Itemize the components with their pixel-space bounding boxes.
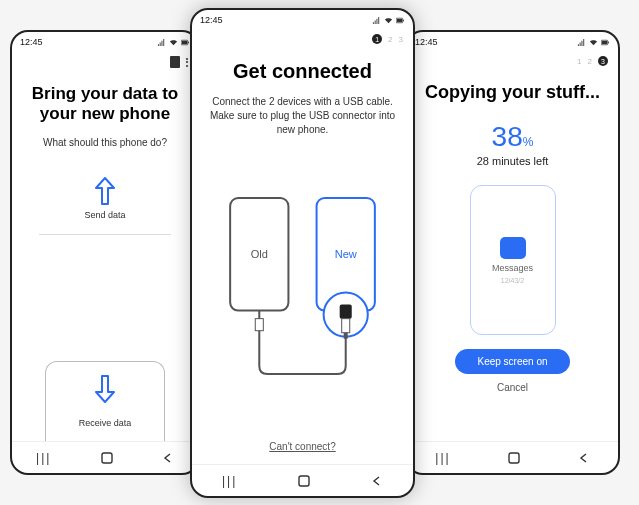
step-current: 1 (372, 34, 382, 44)
svg-rect-11 (340, 305, 352, 319)
page-title: Copying your stuff... (425, 82, 600, 103)
nav-home[interactable] (507, 451, 521, 465)
messages-icon (500, 237, 526, 259)
page-subtitle: What should this phone do? (43, 137, 167, 148)
wifi-icon (384, 16, 393, 25)
nav-recents[interactable]: ||| (222, 474, 237, 488)
phone-mockup-left: 12:45 Bring your data to your new phone … (10, 30, 200, 475)
status-bar: 12:45 (192, 10, 413, 30)
svg-rect-14 (299, 476, 309, 486)
status-time: 12:45 (20, 37, 43, 47)
send-data-option[interactable]: Send data (84, 176, 125, 220)
step-2: 2 (588, 57, 592, 66)
svg-rect-18 (509, 453, 519, 463)
nav-bar: ||| (192, 464, 413, 496)
nav-back[interactable] (162, 452, 174, 464)
step-1: 1 (577, 57, 581, 66)
status-time: 12:45 (415, 37, 438, 47)
phone-mockup-center: 12:45 1 2 3 Get connected Connect the 2 … (190, 8, 415, 498)
divider (39, 234, 172, 235)
battery-icon (396, 16, 405, 25)
svg-rect-6 (397, 19, 402, 22)
arrow-up-icon (92, 176, 118, 206)
nav-home[interactable] (297, 474, 311, 488)
nav-bar: ||| (12, 441, 198, 473)
nav-bar: ||| (407, 441, 618, 473)
transfer-item-count: 12/43/2 (501, 277, 524, 284)
status-icons (157, 38, 190, 47)
svg-rect-1 (188, 41, 189, 43)
progress-percent: 38% (492, 121, 534, 153)
wifi-icon (589, 38, 598, 47)
battery-icon (181, 38, 190, 47)
svg-rect-16 (608, 41, 609, 43)
more-icon[interactable] (186, 58, 188, 67)
step-current: 3 (598, 56, 608, 66)
svg-rect-3 (102, 453, 112, 463)
svg-rect-5 (403, 19, 404, 21)
arrow-down-icon (92, 374, 118, 404)
status-icons (577, 38, 610, 47)
page-title: Get connected (233, 60, 372, 83)
receive-data-option[interactable]: Receive data (45, 361, 165, 441)
status-bar: 12:45 (407, 32, 618, 52)
signal-icon (577, 38, 586, 47)
old-label: Old (251, 248, 268, 260)
top-row (12, 52, 198, 72)
step-3: 3 (399, 35, 403, 44)
svg-rect-13 (344, 333, 348, 339)
status-bar: 12:45 (12, 32, 198, 52)
send-label: Send data (84, 210, 125, 220)
svg-rect-12 (342, 319, 350, 333)
page-title: Bring your data to your new phone (32, 84, 178, 125)
cant-connect-link[interactable]: Can't connect? (269, 441, 335, 452)
svg-rect-2 (182, 41, 187, 44)
status-time: 12:45 (200, 15, 223, 25)
signal-icon (157, 38, 166, 47)
nav-back[interactable] (371, 475, 383, 487)
new-label: New (335, 248, 357, 260)
connection-diagram: Old New (202, 155, 403, 426)
step-indicator: 1 2 3 (192, 30, 413, 48)
step-2: 2 (388, 35, 392, 44)
status-icons (372, 16, 405, 25)
battery-icon (601, 38, 610, 47)
transfer-item-label: Messages (492, 263, 533, 273)
nav-recents[interactable]: ||| (435, 451, 450, 465)
wifi-icon (169, 38, 178, 47)
signal-icon (372, 16, 381, 25)
page-description: Connect the 2 devices with a USB cable. … (202, 95, 403, 137)
nav-home[interactable] (100, 451, 114, 465)
transfer-item-preview: Messages 12/43/2 (470, 185, 556, 335)
svg-rect-17 (602, 41, 607, 44)
cancel-link[interactable]: Cancel (497, 382, 528, 393)
receive-label: Receive data (79, 418, 132, 428)
nav-back[interactable] (578, 452, 590, 464)
time-remaining: 28 minutes left (477, 155, 549, 167)
sim-icon (170, 56, 180, 68)
nav-recents[interactable]: ||| (36, 451, 51, 465)
keep-screen-on-button[interactable]: Keep screen on (455, 349, 569, 374)
svg-rect-9 (255, 319, 263, 331)
phone-mockup-right: 12:45 1 2 3 Copying your stuff... 38% 28… (405, 30, 620, 475)
step-indicator: 1 2 3 (407, 52, 618, 70)
